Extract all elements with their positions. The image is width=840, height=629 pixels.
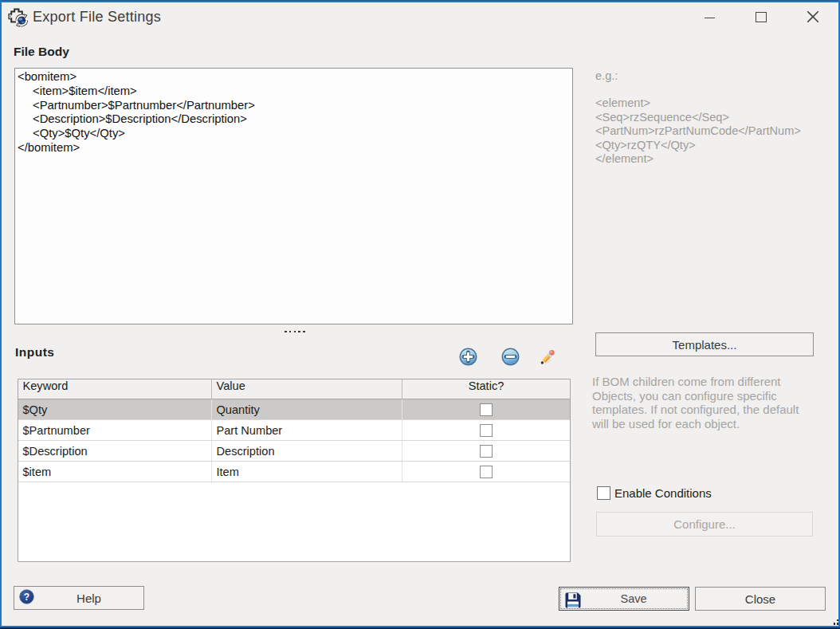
svg-text:?: ? xyxy=(24,592,29,603)
